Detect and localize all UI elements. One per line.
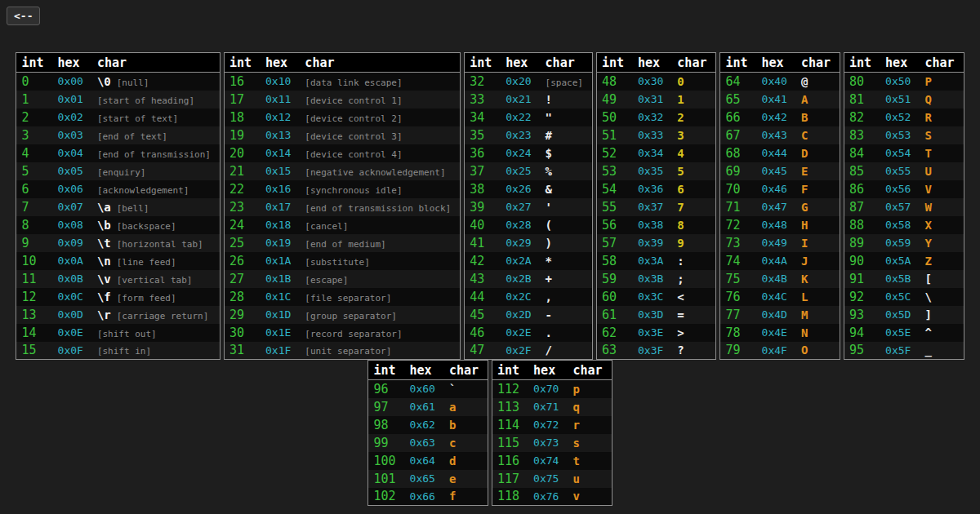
column-header-int: int (492, 361, 529, 380)
char-value: H (801, 219, 808, 232)
hex-value: 0x4C (757, 288, 796, 306)
int-value: 71 (720, 198, 757, 216)
hex-value: 0x74 (528, 452, 568, 470)
ascii-row-1: 10x01[start of heading] (16, 91, 220, 109)
char-value: \a (97, 201, 111, 214)
hex-value: 0x52 (880, 109, 920, 126)
int-value: 11 (16, 270, 53, 288)
char-description: [end of transmission] (97, 149, 211, 160)
hex-value: 0x0B (53, 270, 92, 288)
ascii-row-24: 240x18[cancel] (224, 216, 460, 234)
int-value: 78 (720, 324, 757, 342)
int-value: 76 (720, 288, 757, 306)
char-description: [substitute] (305, 257, 369, 268)
int-value: 85 (844, 162, 881, 180)
int-value: 67 (720, 126, 757, 144)
char-value: D (801, 147, 808, 160)
ascii-row-113: 1130x71q (492, 398, 612, 416)
char-cell: [end of transmission block] (300, 198, 460, 216)
char-description: [start of text] (97, 113, 178, 124)
hex-value: 0x57 (880, 198, 920, 216)
ascii-row-67: 670x43C (720, 126, 840, 144)
int-value: 38 (465, 180, 501, 198)
char-value: f (449, 490, 456, 503)
ascii-row-94: 940x5E^ (844, 324, 964, 342)
char-cell: G (796, 198, 840, 216)
hex-value: 0x4E (757, 324, 796, 342)
char-value: , (546, 290, 552, 304)
back-button[interactable]: <-- (7, 7, 40, 25)
ascii-row-51: 510x333 (596, 126, 716, 144)
char-cell: 1 (672, 91, 716, 109)
char-cell: a (444, 398, 488, 416)
char-description: [escape] (305, 275, 348, 286)
char-value: \t (97, 237, 111, 250)
int-value: 98 (368, 416, 405, 434)
char-description: [device control 4] (305, 149, 402, 160)
int-value: 112 (492, 380, 529, 398)
ascii-row-23: 230x17[end of transmission block] (224, 198, 460, 216)
int-value: 73 (720, 234, 757, 252)
int-value: 116 (492, 452, 529, 470)
char-cell: [acknowledgement] (92, 180, 220, 198)
hex-value: 0x76 (528, 488, 568, 506)
hex-value: 0x4B (757, 270, 796, 288)
hex-value: 0x22 (501, 109, 540, 126)
char-value: ' (546, 201, 552, 214)
hex-value: 0x17 (261, 198, 300, 216)
int-value: 115 (492, 434, 529, 452)
char-value: Z (924, 255, 931, 268)
char-description: [record separator] (305, 329, 402, 339)
char-cell: 7 (672, 198, 716, 216)
char-value: $ (546, 147, 552, 160)
char-cell: 5 (672, 162, 716, 180)
int-value: 80 (844, 73, 881, 91)
char-value: v (572, 490, 579, 503)
hex-value: 0x3E (633, 324, 672, 342)
hex-value: 0x09 (53, 234, 92, 252)
char-cell: \ (920, 288, 964, 306)
int-value: 6 (16, 180, 53, 198)
column-header-hex: hex (501, 53, 540, 73)
char-cell: # (541, 126, 593, 144)
hex-value: 0x1D (261, 306, 300, 324)
char-description: [space] (546, 78, 583, 88)
char-value: \ (924, 290, 931, 304)
char-cell: [data link escape] (300, 73, 460, 91)
ascii-row-0: 00x00\0[null] (16, 73, 220, 91)
char-value: = (677, 308, 684, 321)
char-value: @ (801, 75, 808, 88)
ascii-table-0-15: inthexchar00x00\0[null]10x01[start of he… (16, 52, 220, 360)
hex-value: 0x51 (880, 91, 920, 109)
hex-value: 0x0F (53, 342, 92, 360)
char-cell: V (920, 180, 964, 198)
char-value: J (801, 255, 808, 268)
ascii-row-38: 380x26& (465, 180, 593, 198)
char-value: u (572, 472, 579, 485)
char-value: : (677, 255, 684, 268)
char-value: 9 (677, 237, 684, 250)
char-value: 1 (677, 93, 684, 106)
int-value: 96 (368, 380, 405, 398)
int-value: 34 (465, 109, 501, 126)
char-description: [enquiry] (97, 167, 146, 178)
char-cell: [end of transmission] (92, 144, 220, 162)
table-header-row: inthexchar (16, 53, 220, 73)
hex-value: 0x30 (633, 73, 672, 91)
char-cell: " (541, 109, 593, 126)
ascii-row-8: 80x08\b[backspace] (16, 216, 220, 234)
ascii-row-22: 220x16[synchronous idle] (224, 180, 460, 198)
hex-value: 0x65 (405, 470, 444, 488)
ascii-row-72: 720x48H (720, 216, 840, 234)
char-cell: 4 (672, 144, 716, 162)
ascii-row-63: 630x3F? (596, 342, 716, 360)
column-header-hex: hex (880, 53, 920, 73)
ascii-row-26: 260x1A[substitute] (224, 252, 460, 270)
char-cell: > (672, 324, 716, 342)
char-value: N (801, 326, 808, 339)
char-cell: [enquiry] (92, 162, 220, 180)
int-value: 101 (368, 470, 405, 488)
column-header-hex: hex (528, 361, 568, 380)
ascii-row-87: 870x57W (844, 198, 964, 216)
ascii-row-62: 620x3E> (596, 324, 716, 342)
